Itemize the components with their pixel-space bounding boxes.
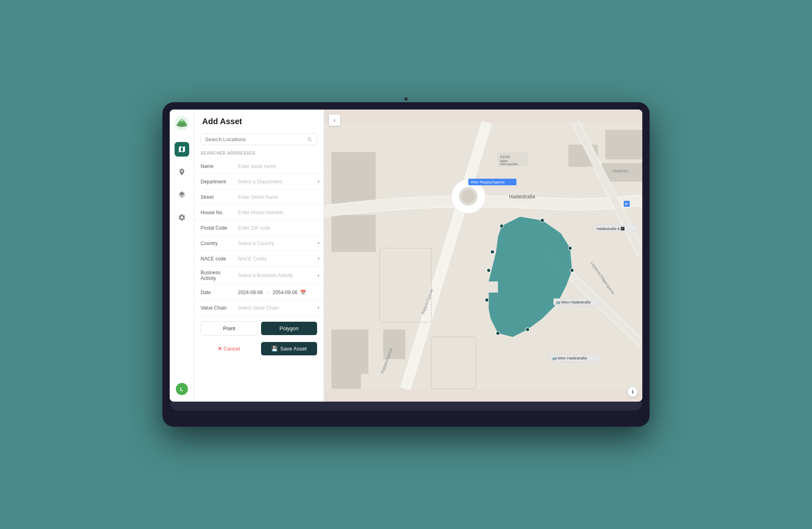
date-start: 2024-09-06	[238, 290, 263, 295]
save-label: Save Asset	[280, 346, 307, 352]
street-row: Street	[194, 189, 324, 205]
department-value: Select a Department	[238, 179, 282, 185]
date-range[interactable]: 2024-09-06 → 2054-09-06 📅	[235, 286, 324, 299]
svg-text:Haidestraße: Haidestraße	[509, 194, 536, 200]
chevron-down-icon: ▾	[317, 256, 320, 261]
svg-point-31	[568, 246, 572, 250]
date-end: 2054-09-06	[272, 290, 297, 295]
svg-point-37	[487, 269, 490, 272]
avatar[interactable]: L	[176, 383, 188, 395]
date-arrow: →	[265, 290, 270, 295]
svg-text:ESTW: ESTW	[500, 155, 510, 159]
svg-rect-10	[331, 366, 361, 389]
info-button[interactable]: ℹ	[628, 387, 637, 397]
value-chain-row: Value Chain Select Value Chain ▾	[194, 300, 324, 316]
svg-point-34	[526, 328, 529, 331]
form-panel: Add Asset SEARCHED ADDRESSES Name Depart…	[194, 110, 324, 402]
nav-layers[interactable]	[175, 187, 189, 202]
search-icon[interactable]	[307, 137, 313, 142]
svg-point-38	[490, 250, 494, 254]
svg-point-36	[485, 298, 489, 302]
svg-point-21	[462, 190, 475, 203]
save-button[interactable]: 💾 Save Asset	[261, 342, 317, 355]
nace-code-label: NACE code	[194, 253, 235, 265]
business-activity-row: Business Activity Select a Business Acti…	[194, 267, 324, 285]
country-row: Country Select a Country ▾	[194, 236, 324, 251]
svg-point-4	[180, 119, 184, 121]
value-chain-value: Select Value Chain	[238, 305, 279, 311]
country-select[interactable]: Select a Country ▾	[235, 237, 324, 249]
action-row: ✕ Cancel 💾 Save Asset	[194, 340, 324, 361]
map-area: Rappachgasse Rappachgasse Haidestraße La…	[324, 110, 642, 402]
nace-code-row: NACE code NACE Codes ▾	[194, 251, 324, 267]
save-icon: 💾	[271, 346, 278, 352]
page-title: Add Asset	[202, 117, 315, 126]
postal-code-row: Postal Code	[194, 220, 324, 236]
cancel-label: Cancel	[224, 346, 240, 352]
svg-point-35	[496, 331, 500, 335]
back-button[interactable]: ‹	[329, 114, 340, 126]
country-value: Select a Country	[238, 241, 274, 246]
svg-text:Wien Rappachgasse: Wien Rappachgasse	[471, 180, 505, 184]
name-row: Name	[194, 159, 324, 174]
date-label: Date	[194, 286, 235, 299]
cancel-x-icon: ✕	[218, 346, 222, 352]
search-bar	[201, 133, 317, 145]
postal-code-label: Postal Code	[194, 222, 235, 234]
sidebar-bottom: L	[176, 383, 188, 395]
department-select[interactable]: Select a Department ▾	[235, 176, 324, 188]
svg-text:🚌 Wien Haidestraße: 🚌 Wien Haidestraße	[556, 300, 591, 305]
nav-settings[interactable]	[175, 210, 189, 225]
svg-rect-7	[331, 215, 376, 252]
business-activity-value: Select a Business Activity	[238, 273, 293, 278]
house-no-row: House No.	[194, 205, 324, 220]
calendar-icon: 📅	[300, 290, 306, 295]
svg-point-30	[540, 219, 544, 222]
svg-point-32	[570, 269, 574, 272]
svg-text:P: P	[625, 202, 628, 206]
country-label: Country	[194, 237, 235, 249]
department-label: Department	[194, 176, 235, 188]
sidebar: L	[170, 110, 194, 402]
chevron-down-icon: ▾	[317, 241, 320, 245]
polygon-button[interactable]: Polygon	[261, 322, 317, 335]
value-chain-select[interactable]: Select Value Chain ▾	[235, 302, 324, 314]
svg-text:Haidestr...: Haidestr...	[613, 169, 631, 173]
searched-addresses-label: SEARCHED ADDRESSES	[194, 148, 324, 157]
value-chain-label: Value Chain	[194, 302, 235, 314]
nace-code-value: NACE Codes	[238, 256, 267, 262]
house-no-input[interactable]	[235, 206, 324, 219]
nace-code-select[interactable]: NACE Codes ▾	[235, 253, 324, 265]
chevron-down-icon: ▾	[317, 305, 320, 310]
chevron-down-icon: ▾	[317, 273, 320, 278]
street-input[interactable]	[235, 191, 324, 203]
map-svg: Rappachgasse Rappachgasse Haidestraße La…	[324, 110, 642, 402]
name-input[interactable]	[235, 160, 324, 172]
geometry-row: Point Polygon	[194, 317, 324, 340]
date-row: Date 2024-09-06 → 2054-09-06 📅	[194, 285, 324, 300]
name-label: Name	[194, 160, 235, 172]
business-activity-select[interactable]: Select a Business Activity ▾	[235, 269, 324, 282]
point-button[interactable]: Point	[201, 321, 258, 335]
form-body: Name Department Select a Department ▾ St…	[194, 157, 324, 317]
app-logo	[175, 116, 189, 131]
department-row: Department Select a Department ▾	[194, 174, 324, 189]
form-header: Add Asset	[194, 110, 324, 130]
business-activity-label: Business Activity	[194, 267, 235, 284]
svg-rect-6	[331, 152, 376, 204]
cancel-button[interactable]: ✕ Cancel	[201, 342, 257, 355]
house-no-label: House No.	[194, 206, 235, 219]
nav-location[interactable]	[175, 165, 189, 179]
svg-point-29	[500, 224, 503, 228]
search-input[interactable]	[205, 136, 304, 142]
nav-map[interactable]	[175, 142, 189, 157]
svg-rect-12	[605, 130, 642, 159]
postal-code-input[interactable]	[235, 222, 324, 234]
svg-text:🚌 Wien Haidestraße: 🚌 Wien Haidestraße	[552, 356, 587, 361]
chevron-down-icon: ▾	[317, 179, 320, 184]
street-label: Street	[194, 191, 235, 203]
svg-text:Haidestraße 8 🅿: Haidestraße 8 🅿	[596, 227, 624, 231]
svg-text:Elbersgaräbe: Elbersgaräbe	[500, 162, 518, 166]
